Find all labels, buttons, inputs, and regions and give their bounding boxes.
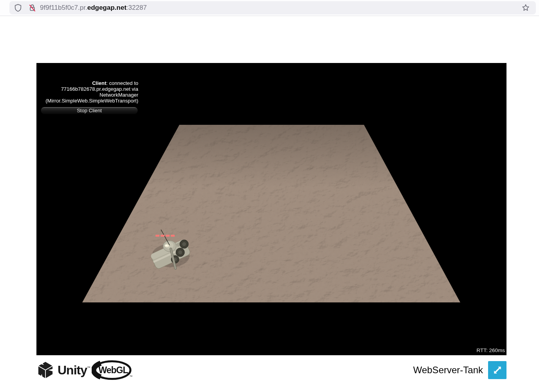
tank (149, 227, 192, 273)
url-bar[interactable]: 9f9f11b5f0c7.pr.edgegap.net:32287 (9, 1, 536, 14)
footer: Unity™ WebGL ™ WebServer-Tank (36, 355, 506, 383)
build-title: WebServer-Tank (413, 365, 483, 376)
insecure-lock-icon[interactable] (27, 3, 37, 13)
shield-icon[interactable] (13, 3, 23, 13)
webgl-logo: WebGL ™ (92, 360, 132, 380)
bookmark-star-icon[interactable] (521, 3, 530, 13)
fullscreen-icon (492, 364, 503, 376)
client-status-text: Client: connected to 77166b782678.pr.edg… (36, 80, 138, 104)
unity-cube-logo (36, 360, 54, 380)
svg-text:™: ™ (129, 375, 132, 378)
url-text: 9f9f11b5f0c7.pr.edgegap.net:32287 (40, 4, 147, 12)
browser-toolbar: 9f9f11b5f0c7.pr.edgegap.net:32287 (0, 0, 539, 16)
fullscreen-button[interactable] (488, 361, 506, 379)
game-canvas[interactable]: Client: connected to 77166b782678.pr.edg… (36, 63, 506, 355)
stop-client-button[interactable]: Stop Client (41, 107, 138, 114)
rtt-label: RTT: 260ms (476, 347, 505, 353)
unity-wordmark: Unity™ (58, 363, 90, 378)
svg-text:WebGL: WebGL (98, 365, 128, 375)
health-bar (156, 235, 175, 237)
